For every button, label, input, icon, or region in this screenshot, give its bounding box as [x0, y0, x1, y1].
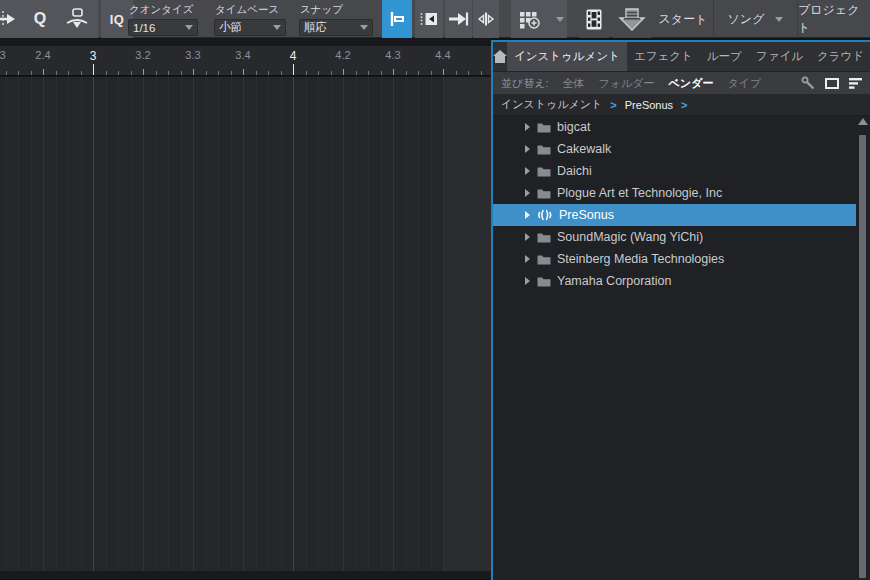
- list-view-icon[interactable]: [849, 78, 862, 89]
- tab-start-label: スタート: [659, 11, 708, 28]
- grid-line: [93, 77, 94, 571]
- video-button[interactable]: [579, 0, 609, 38]
- quantize-dropdown[interactable]: 1/16: [128, 19, 198, 36]
- studio-one-window: Q IQ クオンタイズ 1/16 タイムベース 小節: [0, 0, 870, 580]
- list-item-presonus[interactable]: PreSonus: [493, 204, 856, 226]
- expand-triangle-icon[interactable]: [525, 233, 530, 241]
- edit-grid[interactable]: [0, 77, 491, 571]
- expand-triangle-icon[interactable]: [525, 277, 530, 285]
- expand-triangle-icon[interactable]: [525, 211, 530, 219]
- browser-tab-label: クラウド: [817, 49, 864, 64]
- browser-tab-cloud[interactable]: クラウド: [810, 42, 870, 71]
- grid-line: [231, 77, 232, 571]
- ruler-label: 4.4: [435, 49, 450, 61]
- arrow-to-end-button[interactable]: [445, 0, 472, 38]
- move-insert-left-button[interactable]: [415, 0, 443, 38]
- ruler-tick: [268, 71, 269, 75]
- chevron-down-icon: [775, 17, 783, 22]
- ruler-tick: [418, 71, 419, 75]
- ruler-label: 4.2: [335, 49, 350, 61]
- expand-triangle-icon[interactable]: [525, 123, 530, 131]
- arrow-to-end-icon: [448, 11, 470, 27]
- breadcrumb-separator: >: [681, 99, 687, 111]
- grid-line: [456, 77, 457, 571]
- macro-grid-button[interactable]: [511, 0, 549, 38]
- expand-triangle-icon[interactable]: [525, 167, 530, 175]
- list-item-label: Plogue Art et Technologie, Inc: [557, 186, 722, 200]
- list-item-soundmagic[interactable]: SoundMagic (Wang YiChi): [493, 226, 870, 248]
- ruler-tick: [256, 71, 257, 75]
- folder-icon: [537, 254, 551, 265]
- chevron-down-icon: [185, 25, 193, 30]
- ruler-tick: [356, 71, 357, 75]
- arrangement-area: 2.32.433.23.33.444.24.34.4: [0, 38, 491, 579]
- list-item-yamaha[interactable]: Yamaha Corporation: [493, 270, 870, 292]
- breadcrumb: インストゥルメント > PreSonus >: [493, 94, 870, 116]
- home-button[interactable]: [493, 42, 507, 71]
- expand-triangle-icon[interactable]: [525, 255, 530, 263]
- timeline-ruler[interactable]: 2.32.433.23.33.444.24.34.4: [0, 46, 491, 76]
- browser-tab-loops[interactable]: ループ: [700, 42, 749, 71]
- grid-line: [168, 77, 169, 571]
- ruler-tick: [456, 71, 457, 75]
- grid-line: [331, 77, 332, 571]
- list-item-cakewalk[interactable]: Cakewalk: [493, 138, 870, 160]
- list-item-daichi[interactable]: Daichi: [493, 160, 870, 182]
- humanize-button[interactable]: [56, 0, 98, 38]
- snap-dropdown[interactable]: 順応: [299, 19, 373, 36]
- scroll-up-arrow-icon[interactable]: [858, 118, 868, 125]
- quantize-group: クオンタイズ 1/16: [128, 0, 198, 38]
- breadcrumb-root[interactable]: インストゥルメント: [501, 97, 602, 112]
- grid-line: [106, 77, 107, 571]
- browser-tab-label: ループ: [707, 49, 742, 64]
- import-button[interactable]: [613, 0, 651, 38]
- macro-grid-menu-button[interactable]: [549, 0, 567, 38]
- tab-start[interactable]: スタート: [653, 0, 713, 38]
- snap-to-grid-button[interactable]: [382, 0, 412, 38]
- expand-triangle-icon[interactable]: [525, 145, 530, 153]
- sort-option-all[interactable]: 全体: [563, 76, 585, 91]
- home-icon: [493, 50, 507, 63]
- vertical-scrollbar[interactable]: [858, 118, 867, 578]
- browser-tab-instruments[interactable]: インストゥルメント: [507, 42, 627, 71]
- grid-line: [318, 77, 319, 571]
- humanize-icon: [65, 8, 89, 30]
- ruler-tick: [168, 71, 169, 75]
- list-item-steinberg[interactable]: Steinberg Media Technologies: [493, 248, 870, 270]
- list-item-label: Daichi: [557, 164, 592, 178]
- ruler-tick: [18, 71, 19, 75]
- breadcrumb-current[interactable]: PreSonus: [625, 99, 673, 111]
- page-switcher: スタート ソング プロジェクト: [653, 0, 870, 38]
- list-item-bigcat[interactable]: bigcat: [493, 116, 870, 138]
- browser-tab-files[interactable]: ファイル: [749, 42, 810, 71]
- grid-line: [56, 77, 57, 571]
- chevron-down-icon: [273, 25, 281, 30]
- quantize-dropdown-label: クオンタイズ: [129, 3, 198, 17]
- expand-triangle-icon[interactable]: [525, 189, 530, 197]
- ruler-tick: [393, 69, 394, 75]
- browser-tab-effects[interactable]: エフェクト: [627, 42, 700, 71]
- scrollbar-thumb[interactable]: [859, 135, 866, 578]
- list-item-plogue[interactable]: Plogue Art et Technologie, Inc: [493, 182, 870, 204]
- horizontal-scroll-area[interactable]: [0, 571, 491, 579]
- sort-option-vendor[interactable]: ベンダー: [669, 76, 714, 91]
- list-item-label: bigcat: [557, 120, 590, 134]
- tab-song[interactable]: ソング: [713, 0, 797, 38]
- expand-horizontal-button[interactable]: [473, 0, 499, 38]
- timebase-dropdown[interactable]: 小節: [214, 19, 286, 36]
- quantize-button[interactable]: Q: [24, 0, 56, 38]
- snap-to-grid-icon: [388, 11, 406, 27]
- wrench-icon[interactable]: [801, 76, 815, 90]
- ruler-label: 3.3: [185, 49, 200, 61]
- folder-icon: [537, 122, 551, 133]
- folder-icon: [537, 188, 551, 199]
- grid-line: [306, 77, 307, 571]
- sort-option-folder[interactable]: フォルダー: [599, 76, 655, 91]
- autoscroll-icon: [0, 11, 19, 27]
- tab-project[interactable]: プロジェクト: [797, 0, 870, 38]
- ruler-tick: [481, 71, 482, 75]
- panel-view-icon[interactable]: [825, 78, 839, 89]
- autoscroll-button[interactable]: [0, 0, 24, 38]
- sort-option-type[interactable]: タイプ: [727, 76, 761, 91]
- ruler-tick: [343, 69, 344, 75]
